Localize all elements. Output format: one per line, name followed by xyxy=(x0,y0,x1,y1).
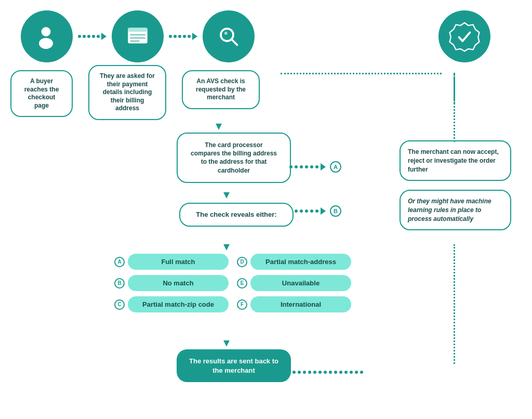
option-D: Partial match-address xyxy=(250,254,351,270)
step1-text: A buyer reaches the checkout page xyxy=(24,77,59,109)
svg-point-9 xyxy=(213,21,244,52)
badge-a-arrow: A xyxy=(330,161,341,173)
down-arrow-4: ▾ xyxy=(223,335,230,350)
dotted-v-right xyxy=(454,244,455,364)
option-C: Partial match-zip code xyxy=(128,296,229,312)
dotted-v-connect xyxy=(454,74,455,142)
badge-D: D xyxy=(237,257,247,267)
svg-point-1 xyxy=(42,27,51,36)
step4-box: The card processor compares the billing … xyxy=(177,133,286,183)
badge-C: C xyxy=(114,299,125,310)
dotted-h-arrow-b: B xyxy=(289,205,344,217)
step5-text: The check reveals either: xyxy=(196,211,276,218)
step1-box: A buyer reaches the checkout page xyxy=(10,70,73,117)
step6-text: The results are sent back to the merchan… xyxy=(189,357,278,374)
options-grid: A Full match D Partial match-address B N… xyxy=(114,254,351,312)
diagram-container: A buyer reaches the checkout page They a… xyxy=(0,0,532,419)
step4-text: The card processor compares the billing … xyxy=(191,141,277,174)
svg-point-2 xyxy=(39,38,53,49)
option-B: No match xyxy=(128,275,229,291)
buyer-icon xyxy=(21,10,73,62)
badge-F: F xyxy=(237,299,247,310)
dotted-h-bottom xyxy=(292,371,363,374)
step3-text: An AVS check is requested by the merchan… xyxy=(196,77,246,101)
payment-icon xyxy=(112,10,164,62)
badge-E: E xyxy=(237,278,247,289)
verified-icon xyxy=(438,10,490,62)
step2-box: They are asked for their payment details… xyxy=(88,65,166,120)
step5-box: The check reveals either: xyxy=(179,203,281,227)
right-box-a: The merchant can now accept, reject or i… xyxy=(400,140,511,181)
option-A: Full match xyxy=(128,254,229,270)
badge-b-arrow: B xyxy=(330,205,341,217)
svg-rect-7 xyxy=(130,37,145,39)
svg-point-12 xyxy=(224,32,228,35)
avs-icon xyxy=(203,10,255,62)
svg-rect-5 xyxy=(128,28,148,32)
dotted-h-arrow-a: A xyxy=(289,161,344,173)
svg-rect-8 xyxy=(130,41,140,42)
option-E: Unavailable xyxy=(250,275,351,291)
right-box-a-text: The merchant can now accept, reject or i… xyxy=(408,148,503,174)
step6-box: The results are sent back to the merchan… xyxy=(177,349,291,382)
badge-A: A xyxy=(114,257,125,267)
step3-box: An AVS check is requested by the merchan… xyxy=(182,70,260,109)
dotted-h-top xyxy=(281,73,442,74)
right-box-b-text: Or they might have machine learning rule… xyxy=(408,197,503,223)
option-F: International xyxy=(250,296,351,312)
down-arrow-2: ▾ xyxy=(223,187,230,202)
arrow-1 xyxy=(73,33,112,40)
step2-text: They are asked for their payment details… xyxy=(100,72,155,112)
down-arrow-3: ▾ xyxy=(223,239,230,254)
badge-B: B xyxy=(114,278,125,289)
arrow-2 xyxy=(164,33,203,40)
right-box-b: Or they might have machine learning rule… xyxy=(400,190,511,230)
down-arrow-1: ▾ xyxy=(216,119,222,133)
verified-icon-container xyxy=(438,10,490,62)
svg-rect-6 xyxy=(130,34,145,36)
